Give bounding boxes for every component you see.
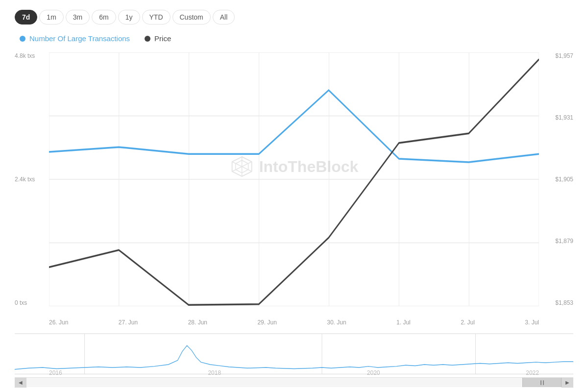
legend-label-transactions: Number Of Large Transactions	[29, 34, 130, 43]
time-btn-all[interactable]: All	[213, 10, 235, 24]
time-btn-1y[interactable]: 1y	[118, 10, 140, 24]
scrollbar-thumb[interactable]	[522, 378, 562, 387]
grip-line-1	[540, 380, 541, 385]
nav-year-2016: 2016	[49, 369, 62, 376]
time-btn-ytd[interactable]: YTD	[142, 10, 171, 24]
scrollbar-right-button[interactable]: ▶	[562, 378, 573, 388]
y-label-bot-left: 0 txs	[15, 299, 27, 306]
time-btn-7d[interactable]: 7d	[15, 10, 37, 24]
chart-svg-container: IntoTheBlock	[49, 52, 539, 306]
y-axis-left: 4.8k txs 2.4k txs 0 txs	[15, 52, 49, 306]
x-label-5: 1. Jul	[396, 319, 411, 326]
navigator-scrollbar: ◀ ▶	[15, 377, 573, 387]
y-axis-right: $1,957 $1,931 $1,905 $1,879 $1,853	[539, 52, 573, 306]
x-label-0: 26. Jun	[49, 319, 68, 326]
legend-price: Price	[145, 34, 171, 43]
y-label-2-right: $1,931	[555, 114, 573, 121]
y-label-top-left: 4.8k txs	[15, 52, 35, 59]
navigator: 2016 2018 2020 2022 ◀ ▶	[15, 333, 573, 387]
time-range-bar: 7d1m3m6m1yYTDCustomAll	[15, 10, 573, 24]
x-label-7: 3. Jul	[525, 319, 539, 326]
x-label-4: 30. Jun	[327, 319, 346, 326]
y-label-3-right: $1,905	[555, 176, 573, 183]
y-label-mid-left: 2.4k txs	[15, 176, 35, 183]
x-label-6: 2. Jul	[461, 319, 475, 326]
legend-label-price: Price	[154, 34, 171, 43]
chart-svg	[49, 52, 539, 306]
chart-legend: Number Of Large Transactions Price	[20, 34, 573, 43]
main-chart: 4.8k txs 2.4k txs 0 txs $1,957 $1,931 $1…	[15, 52, 573, 331]
y-label-4-right: $1,879	[555, 238, 573, 245]
nav-year-2018: 2018	[208, 369, 221, 376]
time-btn-3m[interactable]: 3m	[66, 10, 90, 24]
navigator-years: 2016 2018 2020 2022	[49, 369, 539, 376]
main-container: 7d1m3m6m1yYTDCustomAll Number Of Large T…	[0, 0, 588, 392]
transactions-line	[49, 90, 539, 162]
nav-year-2022: 2022	[526, 369, 539, 376]
nav-year-2020: 2020	[367, 369, 380, 376]
y-label-5-right: $1,853	[555, 299, 573, 306]
grip-line-2	[543, 380, 544, 385]
time-btn-1m[interactable]: 1m	[39, 10, 63, 24]
x-axis: 26. Jun 27. Jun 28. Jun 29. Jun 30. Jun …	[49, 319, 539, 326]
price-line	[49, 59, 539, 305]
chart-area: 4.8k txs 2.4k txs 0 txs $1,957 $1,931 $1…	[15, 52, 573, 387]
legend-transactions: Number Of Large Transactions	[20, 34, 130, 43]
time-btn-6m[interactable]: 6m	[92, 10, 116, 24]
scrollbar-track[interactable]	[26, 378, 562, 387]
scrollbar-grip	[540, 380, 544, 385]
scrollbar-left-button[interactable]: ◀	[15, 378, 26, 388]
x-label-3: 29. Jun	[257, 319, 276, 326]
legend-dot-transactions	[20, 36, 25, 42]
x-label-1: 27. Jun	[119, 319, 138, 326]
legend-dot-price	[145, 36, 150, 42]
navigator-line	[15, 345, 573, 369]
time-btn-custom[interactable]: Custom	[172, 10, 211, 24]
y-label-1-right: $1,957	[555, 52, 573, 59]
x-label-2: 28. Jun	[188, 319, 207, 326]
